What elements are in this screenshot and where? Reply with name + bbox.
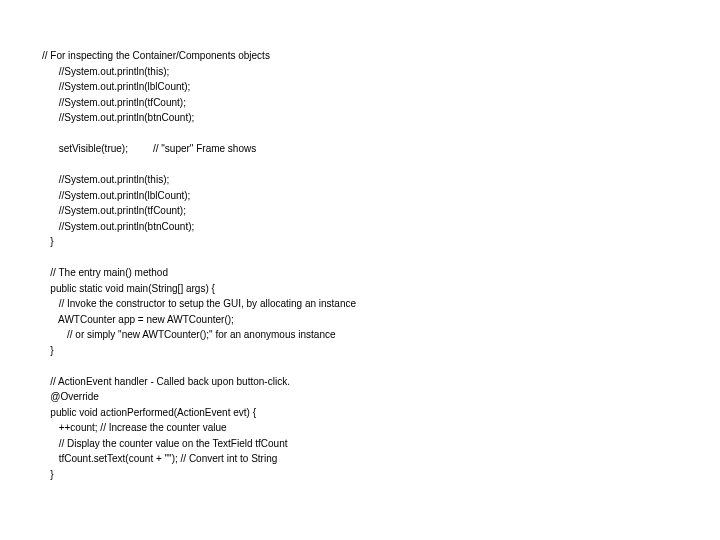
code-line: // The entry main() method — [42, 265, 720, 281]
code-line: //System.out.println(btnCount); — [42, 110, 720, 126]
code-line: //System.out.println(lblCount); — [42, 188, 720, 204]
code-line — [42, 250, 720, 266]
code-line — [42, 358, 720, 374]
code-line: //System.out.println(lblCount); — [42, 79, 720, 95]
code-line: // Invoke the constructor to setup the G… — [42, 296, 720, 312]
code-line: // ActionEvent handler - Called back upo… — [42, 374, 720, 390]
code-line: //System.out.println(tfCount); — [42, 203, 720, 219]
code-line: setVisible(true); // "super" Frame shows — [42, 141, 720, 157]
code-line: ++count; // Increase the counter value — [42, 420, 720, 436]
code-line: // For inspecting the Container/Componen… — [42, 48, 720, 64]
code-line: public void actionPerformed(ActionEvent … — [42, 405, 720, 421]
code-line: tfCount.setText(count + ""); // Convert … — [42, 451, 720, 467]
code-line: // or simply "new AWTCounter();" for an … — [42, 327, 720, 343]
code-line: } — [42, 234, 720, 250]
code-line — [42, 157, 720, 173]
code-line: @Override — [42, 389, 720, 405]
code-line: } — [42, 467, 720, 483]
code-block: // For inspecting the Container/Componen… — [42, 48, 720, 482]
code-line: AWTCounter app = new AWTCounter(); — [42, 312, 720, 328]
code-line: //System.out.println(this); — [42, 172, 720, 188]
code-line: //System.out.println(btnCount); — [42, 219, 720, 235]
code-line: // Display the counter value on the Text… — [42, 436, 720, 452]
code-line: //System.out.println(tfCount); — [42, 95, 720, 111]
code-line — [42, 126, 720, 142]
code-line: //System.out.println(this); — [42, 64, 720, 80]
code-line: } — [42, 343, 720, 359]
code-line: public static void main(String[] args) { — [42, 281, 720, 297]
